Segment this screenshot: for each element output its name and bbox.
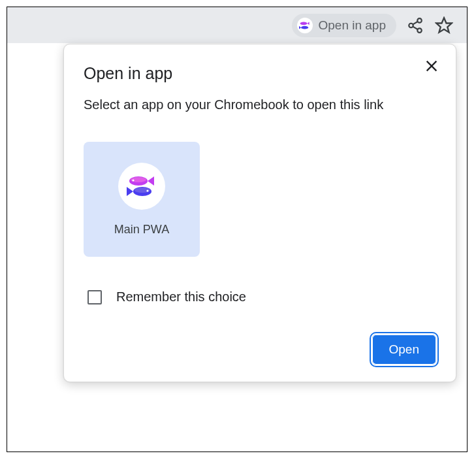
app-label: Main PWA — [114, 223, 169, 237]
open-in-app-chip[interactable]: Open in app — [292, 14, 396, 37]
browser-toolbar: Open in app — [7, 7, 467, 44]
open-in-app-dialog: Open in app Select an app on your Chrome… — [63, 44, 456, 382]
svg-marker-7 — [436, 18, 451, 32]
fish-icon — [299, 20, 311, 31]
svg-point-2 — [417, 18, 422, 23]
svg-line-5 — [413, 22, 417, 24]
app-icon — [118, 163, 165, 210]
svg-point-3 — [409, 23, 413, 27]
close-button[interactable] — [422, 56, 441, 76]
share-icon[interactable] — [405, 16, 425, 35]
dialog-description: Select an app on your Chromebook to open… — [84, 95, 436, 114]
remember-label: Remember this choice — [116, 289, 246, 304]
svg-point-0 — [300, 22, 308, 25]
remember-choice-row: Remember this choice — [87, 289, 436, 304]
chip-app-icon — [297, 18, 313, 33]
fish-icon — [127, 173, 157, 199]
remember-checkbox[interactable] — [87, 290, 102, 304]
star-icon[interactable] — [434, 16, 454, 35]
close-icon — [424, 59, 439, 73]
svg-point-12 — [132, 179, 134, 181]
svg-point-4 — [417, 28, 422, 33]
svg-point-1 — [302, 25, 309, 29]
svg-point-15 — [146, 189, 148, 191]
open-button[interactable]: Open — [372, 335, 436, 365]
svg-line-6 — [413, 26, 417, 29]
dialog-title: Open in app — [84, 64, 436, 83]
dialog-footer: Open — [84, 335, 436, 365]
app-option-main-pwa[interactable]: Main PWA — [84, 142, 200, 257]
chip-label: Open in app — [318, 18, 386, 33]
